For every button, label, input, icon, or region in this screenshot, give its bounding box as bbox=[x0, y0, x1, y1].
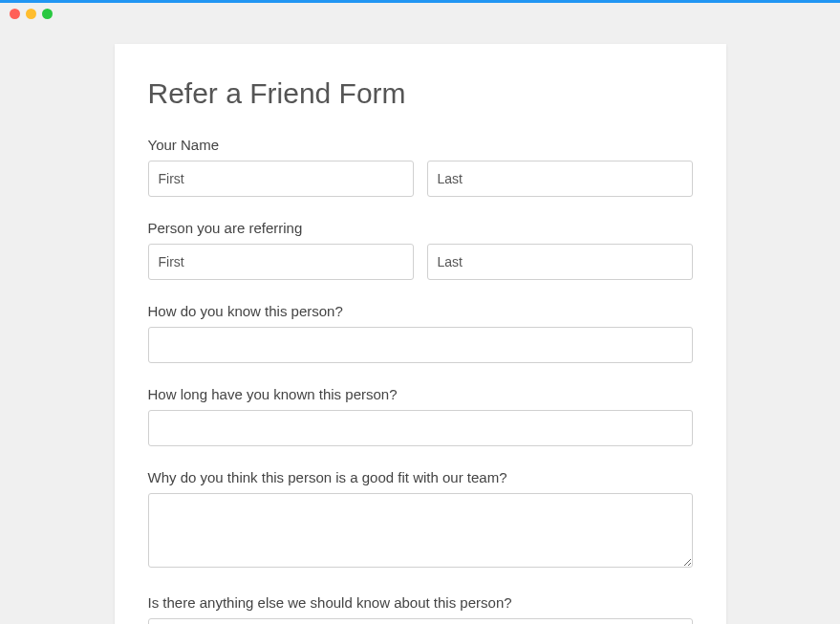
anything-else-textarea[interactable] bbox=[148, 618, 693, 624]
how-long-input[interactable] bbox=[148, 410, 693, 446]
how-know-group: How do you know this person? bbox=[148, 303, 693, 363]
referring-group: Person you are referring bbox=[148, 220, 693, 280]
minimize-icon[interactable] bbox=[26, 9, 36, 19]
close-icon[interactable] bbox=[10, 9, 20, 19]
window-titlebar bbox=[0, 3, 840, 20]
content-area: Refer a Friend Form Your Name Person you… bbox=[0, 20, 840, 624]
form-title: Refer a Friend Form bbox=[148, 77, 693, 110]
your-name-group: Your Name bbox=[148, 137, 693, 197]
how-long-label: How long have you known this person? bbox=[148, 386, 693, 402]
form-card: Refer a Friend Form Your Name Person you… bbox=[115, 44, 726, 624]
your-name-label: Your Name bbox=[148, 137, 693, 153]
why-fit-label: Why do you think this person is a good f… bbox=[148, 469, 693, 485]
your-last-name-input[interactable] bbox=[427, 161, 693, 197]
why-fit-textarea[interactable] bbox=[148, 493, 693, 568]
how-know-label: How do you know this person? bbox=[148, 303, 693, 319]
referring-label: Person you are referring bbox=[148, 220, 693, 236]
anything-else-label: Is there anything else we should know ab… bbox=[148, 594, 693, 611]
why-fit-group: Why do you think this person is a good f… bbox=[148, 469, 693, 571]
your-name-row bbox=[148, 161, 693, 197]
app-window: Refer a Friend Form Your Name Person you… bbox=[0, 0, 840, 624]
how-long-group: How long have you known this person? bbox=[148, 386, 693, 446]
maximize-icon[interactable] bbox=[42, 9, 53, 19]
referring-first-name-input[interactable] bbox=[148, 244, 414, 280]
referring-name-row bbox=[148, 244, 693, 280]
anything-else-group: Is there anything else we should know ab… bbox=[148, 594, 693, 624]
referring-last-name-input[interactable] bbox=[427, 244, 693, 280]
how-know-input[interactable] bbox=[148, 327, 693, 363]
your-first-name-input[interactable] bbox=[148, 161, 414, 197]
